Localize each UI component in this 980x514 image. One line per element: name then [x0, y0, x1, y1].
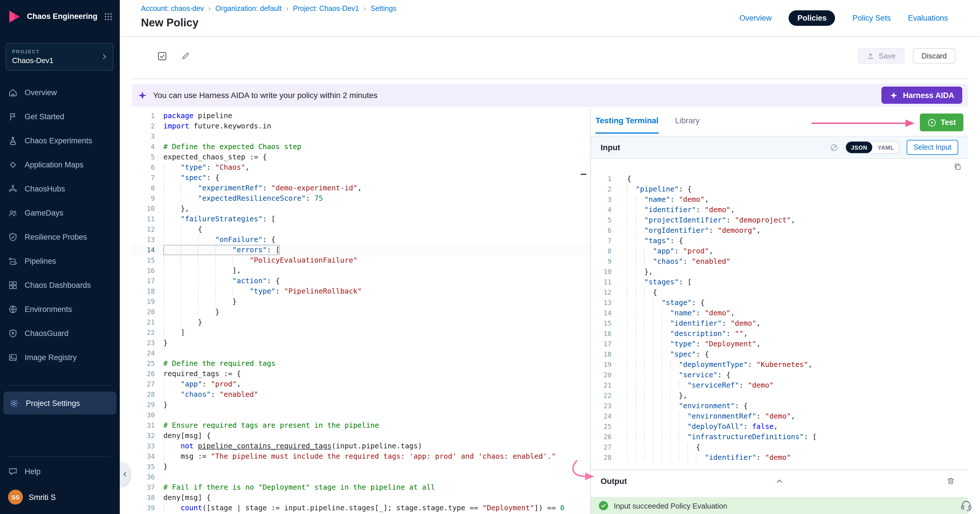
sidebar-item-label: Image Registry — [25, 353, 77, 361]
line-number: 36 — [132, 472, 155, 482]
sidebar-item-get-started[interactable]: Get Started — [0, 104, 120, 129]
output-title: Output — [601, 476, 627, 485]
line-number: 4 — [591, 205, 611, 215]
registry-icon — [8, 352, 18, 362]
discard-button[interactable]: Discard — [913, 48, 955, 64]
testing-terminal-panel: Testing Terminal Library Test Input JSON… — [590, 108, 968, 514]
user-name: Smriti S — [29, 493, 56, 501]
user-menu[interactable]: SS Smriti S — [0, 483, 120, 511]
format-yaml[interactable]: YAML — [873, 142, 899, 153]
breadcrumb-link-project-chaos-dev1[interactable]: Project: Chaos-Dev1 — [293, 5, 359, 13]
line-number: 10 — [591, 267, 611, 277]
line-number: 14 — [132, 245, 155, 255]
code-line: 33 not pipeline_contains_required_tags(i… — [132, 441, 590, 451]
code-line: 2 "pipeline": { — [591, 184, 968, 194]
home-icon — [8, 88, 18, 97]
sidebar-item-resilience-probes[interactable]: Resilience Probes — [0, 225, 120, 249]
line-number: 14 — [591, 308, 611, 318]
sidebar-item-project-settings[interactable]: Project Settings — [3, 391, 116, 415]
save-button[interactable]: Save — [858, 48, 904, 64]
sidebar-item-chaosguard[interactable]: ChaosGuard — [0, 321, 120, 345]
sidebar-item-image-registry[interactable]: Image Registry — [0, 345, 120, 369]
project-selector[interactable]: PROJECT Chaos-Dev1 — [6, 43, 113, 70]
format-json[interactable]: JSON — [846, 142, 873, 153]
workspace: 1package pipeline2import future.keywords… — [132, 108, 968, 514]
line-number: 18 — [132, 286, 155, 296]
hubs-icon — [8, 184, 18, 194]
policy-code-lines: 1package pipeline2import future.keywords… — [132, 111, 590, 513]
code-line: 7 "spec": { — [132, 173, 590, 183]
test-button[interactable]: Test — [920, 113, 963, 131]
sidebar-item-chaoshubs[interactable]: ChaosHubs — [0, 177, 120, 201]
breadcrumb-link-organization-default[interactable]: Organization: default — [215, 5, 282, 13]
sidebar-item-overview[interactable]: Overview — [0, 80, 120, 104]
tab-policy-sets[interactable]: Policy Sets — [853, 14, 891, 22]
sidebar-item-label: Chaos Dashboards — [25, 281, 91, 289]
module-grid-icon[interactable] — [104, 12, 113, 21]
sparkle-icon — [138, 90, 147, 100]
sidebar-item-pipelines[interactable]: Pipelines — [0, 249, 120, 273]
sidebar-item-environments[interactable]: Environments — [0, 297, 120, 321]
sidebar-header: Chaos Engineering — [0, 0, 120, 33]
edit-pencil-icon[interactable] — [181, 52, 190, 61]
breadcrumb-link-account-chaos-dev[interactable]: Account: chaos-dev — [141, 5, 204, 13]
page-header: Account: chaos-dev›Organization: default… — [120, 0, 980, 37]
guard-icon — [8, 328, 18, 338]
tab-library[interactable]: Library — [675, 108, 700, 132]
tab-overview[interactable]: Overview — [739, 14, 772, 22]
line-number: 15 — [591, 318, 611, 328]
chevron-up-icon[interactable] — [775, 476, 784, 485]
code-line: 23 "environment": { — [591, 401, 968, 411]
policy-check-icon[interactable] — [157, 51, 167, 61]
tab-testing-terminal[interactable]: Testing Terminal — [595, 108, 659, 134]
input-json-editor[interactable]: 1{2 "pipeline": {3 "name": "demo",4 "ide… — [591, 159, 968, 469]
headset-support-icon[interactable] — [960, 499, 972, 511]
line-number: 17 — [132, 276, 155, 286]
chevron-left-icon — [121, 471, 128, 477]
sidebar-item-chaos-dashboards[interactable]: Chaos Dashboards — [0, 273, 120, 297]
sidebar-item-gamedays[interactable]: GameDays — [0, 201, 120, 225]
code-line: 29} — [132, 399, 590, 410]
app-title: Chaos Engineering — [27, 12, 99, 21]
line-number: 12 — [591, 287, 611, 298]
input-json-lines: 1{2 "pipeline": {3 "name": "demo",4 "ide… — [591, 174, 968, 463]
code-line: 20 } — [132, 307, 590, 317]
code-line: 22 ] — [132, 327, 590, 338]
code-line: 26required_tags := { — [132, 369, 590, 379]
sidebar-item-label: Chaos Experiments — [25, 136, 92, 145]
sidebar-item-application-maps[interactable]: Application Maps — [0, 153, 120, 177]
harness-chaos-logo-icon — [7, 9, 22, 24]
line-number: 13 — [591, 298, 611, 308]
line-number: 20 — [591, 370, 611, 380]
line-number: 17 — [591, 339, 611, 349]
input-title: Input — [601, 143, 620, 152]
select-input-button[interactable]: Select Input — [907, 140, 958, 155]
line-number: 8 — [132, 183, 155, 193]
line-number: 10 — [132, 204, 155, 214]
clear-input-icon[interactable] — [830, 143, 838, 152]
copy-icon[interactable] — [953, 162, 962, 172]
line-number: 27 — [591, 442, 611, 452]
policy-code-editor[interactable]: 1package pipeline2import future.keywords… — [132, 108, 590, 514]
line-number: 30 — [132, 410, 155, 420]
line-number: 11 — [591, 277, 611, 287]
line-number: 24 — [591, 411, 611, 422]
sidebar-item-label: Resilience Probes — [25, 232, 87, 241]
tab-evaluations[interactable]: Evaluations — [908, 14, 948, 22]
harness-aida-button[interactable]: Harness AIDA — [882, 87, 962, 104]
sidebar-item-help[interactable]: Help — [0, 459, 120, 483]
sidebar-item-chaos-experiments[interactable]: Chaos Experiments — [0, 129, 120, 153]
evaluation-result-row[interactable]: Input succeeded Policy Evaluation — [591, 497, 968, 514]
breadcrumb-link-settings[interactable]: Settings — [371, 5, 396, 13]
trash-icon[interactable] — [946, 476, 955, 485]
code-line: 8 "experimentRef": "demo-experiment-id", — [132, 183, 590, 193]
code-line: 5expected_chaos_step := { — [132, 152, 590, 162]
code-line: 35} — [132, 461, 590, 472]
code-line: 22 }, — [591, 390, 968, 401]
code-line: 12 { — [132, 224, 590, 234]
tab-policies[interactable]: Policies — [789, 10, 835, 26]
overview-ruler-mark — [581, 174, 586, 175]
code-line: 14 "name": "demo", — [591, 308, 968, 318]
code-line: 3 — [132, 131, 590, 142]
line-number: 21 — [132, 317, 155, 327]
